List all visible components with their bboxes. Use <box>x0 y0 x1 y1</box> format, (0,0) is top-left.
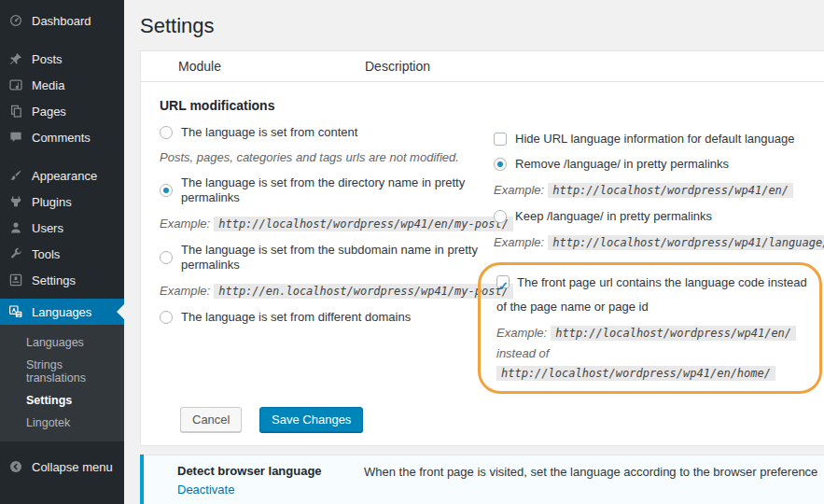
radio-remove-language[interactable] <box>494 158 507 171</box>
example-directory: Example:http://localhost/wordpress/wp41/… <box>160 216 482 232</box>
module-column-header: Module <box>141 59 365 74</box>
url-modifications-left-column: URL modifications The language is set fr… <box>160 96 482 394</box>
option-label: The language is set from the directory n… <box>181 175 482 205</box>
languages-submenu: Languages Strings translations Settings … <box>0 325 124 441</box>
comment-icon <box>8 130 23 145</box>
example-keep-language: Example:http://localhost/wordpress/wp41/… <box>494 234 822 251</box>
sidebar-item-label: Appearance <box>32 169 97 183</box>
option-language-from-subdomain: The language is set from the subdomain n… <box>160 243 482 273</box>
option-label: Keep /language/ in pretty permalinks <box>515 209 712 224</box>
sidebar-item-label: Plugins <box>32 195 72 209</box>
sidebar-item-users[interactable]: Users <box>0 215 124 241</box>
collapse-menu-label: Collapse menu <box>32 460 113 474</box>
cancel-button[interactable]: Cancel <box>180 407 242 432</box>
highlight-ring: The front page url contains the language… <box>478 262 822 394</box>
table-header: Module Description <box>141 51 824 82</box>
sidebar-item-label: Pages <box>32 105 66 119</box>
sidebar-item-label: Tools <box>32 247 60 261</box>
option-note: Posts, pages, categories and tags urls a… <box>160 150 482 165</box>
example-url: http://localhost/wordpress/wp41/en/ <box>551 326 796 341</box>
sidebar-item-label: Dashboard <box>32 14 91 28</box>
module-list: Detect browser language Deactivate When … <box>140 455 824 504</box>
option-label: The language is set from different domai… <box>181 310 411 325</box>
plugin-icon <box>8 194 23 209</box>
brush-icon <box>8 168 23 183</box>
sidebar-item-dashboard[interactable]: Dashboard <box>0 7 124 34</box>
example-front-page: Example:http://localhost/wordpress/wp41/… <box>496 323 807 384</box>
sidebar-item-posts[interactable]: Posts <box>0 46 124 72</box>
module-description: When the front page is visited, set the … <box>364 464 824 497</box>
sidebar-item-appearance[interactable]: Appearance <box>0 162 124 189</box>
sidebar-item-plugins[interactable]: Plugins <box>0 189 124 215</box>
form-buttons: Cancel Save Changes <box>180 407 809 432</box>
submenu-item-lingotek[interactable]: Lingotek <box>0 412 124 434</box>
example-subdomain: Example:http://en.localhost/wordpress/wp… <box>160 283 482 300</box>
instead-of-label: instead of <box>496 346 549 360</box>
radio-language-from-content[interactable] <box>160 126 173 139</box>
sidebar-item-settings[interactable]: Settings <box>0 267 124 293</box>
option-label: The language is set from content <box>181 125 357 140</box>
sidebar-item-label: Languages <box>32 305 91 319</box>
sidebar-item-comments[interactable]: Comments <box>0 124 124 150</box>
checkbox-hide-url-language[interactable] <box>494 133 507 146</box>
sidebar-item-label: Settings <box>32 273 76 287</box>
sidebar-item-label: Comments <box>32 131 91 145</box>
admin-sidebar: Dashboard Posts Media Pages Comments App… <box>0 0 124 504</box>
radio-language-from-domains[interactable] <box>160 311 173 324</box>
dashboard-icon <box>8 13 23 28</box>
description-column-header: Description <box>365 59 824 74</box>
user-icon <box>8 220 23 235</box>
collapse-arrow-icon <box>8 459 23 474</box>
radio-keep-language[interactable] <box>494 210 507 223</box>
pages-icon <box>8 104 23 119</box>
option-front-page-language-code: The front page url contains the language… <box>496 271 807 319</box>
checkbox-front-page-language-code[interactable] <box>496 275 510 288</box>
example-url: http://localhost/wordpress/wp41/en/ <box>548 183 793 198</box>
option-language-from-directory: The language is set from the directory n… <box>160 175 482 205</box>
module-name: Detect browser language <box>177 464 364 478</box>
submenu-item-strings-translations[interactable]: Strings translations <box>0 354 124 389</box>
option-hide-url-language: Hide URL language information for defaul… <box>494 132 822 147</box>
example-remove-language: Example:http://localhost/wordpress/wp41/… <box>494 182 822 199</box>
submenu-item-settings[interactable]: Settings <box>0 389 124 412</box>
module-cell: Detect browser language Deactivate <box>144 464 364 497</box>
media-icon <box>8 77 23 92</box>
sidebar-item-pages[interactable]: Pages <box>0 98 124 124</box>
option-label: The front page url contains the language… <box>496 275 807 314</box>
example-url: http://en.localhost/wordpress/wp41/my-po… <box>214 284 513 299</box>
option-keep-language: Keep /language/ in pretty permalinks <box>494 209 822 224</box>
section-heading: URL modifications <box>160 98 482 113</box>
radio-language-from-subdomain[interactable] <box>160 251 173 264</box>
option-language-from-content: The language is set from content <box>160 125 482 140</box>
deactivate-link[interactable]: Deactivate <box>177 483 364 497</box>
example-url: http://localhost/wordpress/wp41/en/my-po… <box>214 217 513 231</box>
save-changes-button[interactable]: Save Changes <box>259 407 363 432</box>
wrench-icon <box>8 246 23 261</box>
url-modifications-right-column: Hide URL language information for defaul… <box>494 120 822 394</box>
sidebar-item-label: Posts <box>32 52 63 66</box>
page-title: Settings <box>124 0 824 38</box>
url-modifications-panel: URL modifications The language is set fr… <box>141 82 824 445</box>
option-language-from-domains: The language is set from different domai… <box>160 310 482 325</box>
sidebar-item-languages[interactable]: Languages <box>0 299 124 325</box>
main-content: Settings Module Description URL modifica… <box>124 0 824 504</box>
settings-icon <box>8 273 23 287</box>
sidebar-item-media[interactable]: Media <box>0 72 124 98</box>
submenu-item-languages[interactable]: Languages <box>0 331 124 354</box>
example-url-alt: http://localhost/wordpress/wp41/en/home/ <box>496 366 775 381</box>
option-label: Hide URL language information for defaul… <box>515 132 794 147</box>
pin-icon <box>8 51 23 66</box>
sidebar-item-label: Users <box>32 221 63 235</box>
option-remove-language: Remove /language/ in pretty permalinks <box>494 157 822 172</box>
sidebar-item-label: Media <box>32 78 64 92</box>
collapse-menu-button[interactable]: Collapse menu <box>0 454 124 480</box>
option-label: The language is set from the subdomain n… <box>181 243 482 273</box>
settings-table: Module Description URL modifications The… <box>140 50 824 446</box>
translate-icon <box>8 304 23 319</box>
radio-language-from-directory[interactable] <box>160 184 173 197</box>
option-label: Remove /language/ in pretty permalinks <box>515 157 729 172</box>
sidebar-item-tools[interactable]: Tools <box>0 241 124 267</box>
table-row: Detect browser language Deactivate When … <box>144 455 824 504</box>
example-url: http://localhost/wordpress/wp41/language… <box>548 235 824 250</box>
